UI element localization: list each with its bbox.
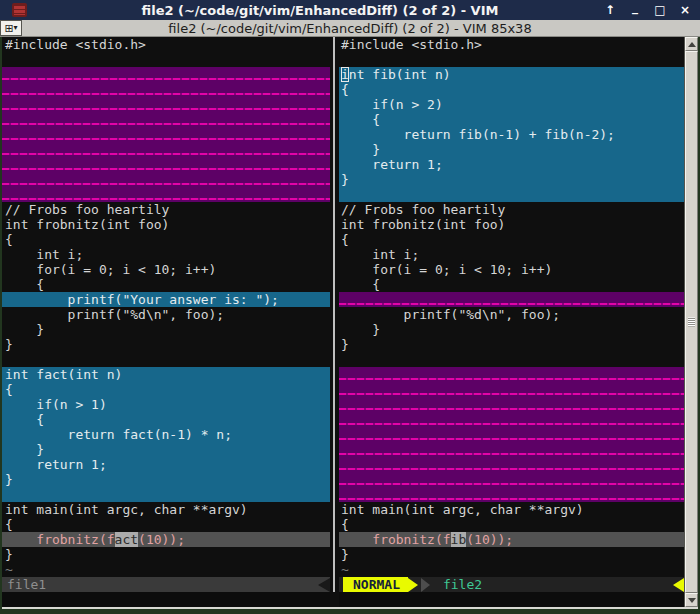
code-line[interactable]: return fact(n-1) * n; bbox=[2, 427, 330, 442]
code-line[interactable] bbox=[339, 52, 684, 67]
statusline-file1[interactable]: file1 bbox=[2, 577, 330, 592]
diff-filler-row[interactable] bbox=[2, 127, 330, 142]
arrow-up-icon bbox=[688, 42, 696, 47]
code-line[interactable]: return 1; bbox=[339, 157, 684, 172]
code-line[interactable]: } bbox=[2, 337, 330, 352]
diff-filler-row[interactable] bbox=[339, 487, 684, 502]
code-line[interactable]: { bbox=[339, 277, 684, 292]
diff-filler-row[interactable] bbox=[339, 427, 684, 442]
code-line[interactable]: int frobnitz(int foo) bbox=[2, 217, 330, 232]
diff-filler-row[interactable] bbox=[339, 472, 684, 487]
diff-filler-row[interactable] bbox=[2, 82, 330, 97]
code-line[interactable]: } bbox=[339, 172, 684, 187]
code-line[interactable]: frobnitz(fact(10)); bbox=[2, 532, 330, 547]
code-line[interactable]: // Frobs foo heartily bbox=[2, 202, 330, 217]
code-line[interactable]: #include <stdio.h> bbox=[339, 37, 684, 52]
code-line[interactable]: int main(int argc, char **argv) bbox=[339, 502, 684, 517]
code-line[interactable]: int frobnitz(int foo) bbox=[339, 217, 684, 232]
diff-text-highlight: act bbox=[115, 532, 138, 547]
window-title: file2 (~/code/git/vim/EnhancedDiff) (2 o… bbox=[0, 3, 700, 18]
code-line[interactable]: int main(int argc, char **argv) bbox=[2, 502, 330, 517]
diff-filler-row[interactable] bbox=[2, 172, 330, 187]
scroll-down-button[interactable] bbox=[685, 593, 698, 607]
diff-filler-row[interactable] bbox=[339, 382, 684, 397]
minimize-button-icon[interactable]: _ bbox=[628, 0, 642, 14]
code-line[interactable] bbox=[2, 52, 330, 67]
code-line[interactable]: } bbox=[2, 547, 330, 562]
code-line[interactable]: { bbox=[2, 412, 330, 427]
code-line[interactable]: { bbox=[339, 112, 684, 127]
code-line[interactable]: int fact(int n) bbox=[2, 367, 330, 382]
diff-filler-row[interactable] bbox=[2, 67, 330, 82]
diff-filler-row[interactable] bbox=[339, 292, 684, 307]
scrollbar-thumb[interactable] bbox=[685, 51, 698, 593]
code-line[interactable] bbox=[2, 487, 330, 502]
code-line[interactable]: frobnitz(fib(10)); bbox=[339, 532, 684, 547]
code-line[interactable]: printf("Your answer is: "); bbox=[2, 292, 330, 307]
code-line[interactable]: int i; bbox=[339, 247, 684, 262]
code-line[interactable] bbox=[339, 187, 684, 202]
code-line[interactable]: for(i = 0; i < 10; i++) bbox=[339, 262, 684, 277]
command-line[interactable] bbox=[2, 592, 330, 607]
diff-filler-row[interactable] bbox=[339, 442, 684, 457]
buffer-file1[interactable]: #include <stdio.h>// Frobs foo heartilyi… bbox=[2, 37, 330, 577]
code-line[interactable]: return fib(n-1) + fib(n-2); bbox=[339, 127, 684, 142]
code-line[interactable]: return 1; bbox=[2, 457, 330, 472]
code-line[interactable]: for(i = 0; i < 10; i++) bbox=[2, 262, 330, 277]
maximize-button-icon[interactable]: □ bbox=[653, 3, 667, 17]
vertical-split-separator[interactable] bbox=[330, 37, 339, 607]
shade-button-icon[interactable]: ↑ bbox=[603, 3, 617, 17]
code-line[interactable]: { bbox=[339, 232, 684, 247]
code-line[interactable] bbox=[339, 352, 684, 367]
code-line[interactable]: int fib(int n) bbox=[339, 67, 684, 82]
code-line[interactable]: int i; bbox=[2, 247, 330, 262]
code-line[interactable]: } bbox=[339, 337, 684, 352]
code-line[interactable]: } bbox=[2, 472, 330, 487]
code-line[interactable]: { bbox=[2, 277, 330, 292]
code-line[interactable]: { bbox=[2, 517, 330, 532]
vim-app-icon[interactable] bbox=[12, 3, 27, 17]
buffer-file2[interactable]: #include <stdio.h>int fib(int n){ if(n >… bbox=[339, 37, 684, 577]
code-line[interactable]: printf("%d\n", foo); bbox=[2, 307, 330, 322]
diff-filler-row[interactable] bbox=[339, 397, 684, 412]
code-line[interactable]: printf("%d\n", foo); bbox=[339, 307, 684, 322]
empty-line-tilde[interactable]: ~ bbox=[339, 562, 684, 577]
scroll-up-button[interactable] bbox=[685, 37, 698, 51]
diff-filler-row[interactable] bbox=[2, 187, 330, 202]
code-line[interactable]: { bbox=[2, 232, 330, 247]
diff-filler-row[interactable] bbox=[2, 97, 330, 112]
code-line[interactable]: } bbox=[339, 322, 684, 337]
code-line[interactable]: if(n > 1) bbox=[2, 397, 330, 412]
diff-pane-file2: #include <stdio.h>int fib(int n){ if(n >… bbox=[339, 37, 684, 607]
window-titlebar[interactable]: file2 (~/code/git/vim/EnhancedDiff) (2 o… bbox=[0, 0, 700, 20]
code-line[interactable]: } bbox=[2, 322, 330, 337]
powerline-arrow-left-icon bbox=[673, 578, 684, 592]
diff-filler-row[interactable] bbox=[339, 457, 684, 472]
diff-filler-row[interactable] bbox=[2, 157, 330, 172]
code-line[interactable]: } bbox=[2, 442, 330, 457]
scrollbar[interactable] bbox=[684, 37, 698, 607]
code-line[interactable] bbox=[2, 352, 330, 367]
diff-filler-row[interactable] bbox=[339, 367, 684, 382]
close-button-icon[interactable]: × bbox=[678, 3, 692, 17]
statusline-filename: file2 bbox=[443, 577, 482, 592]
empty-line-tilde[interactable]: ~ bbox=[2, 562, 330, 577]
code-line[interactable]: } bbox=[339, 142, 684, 157]
inner-window-titlebar[interactable]: ⊞▾ file2 (~/code/git/vim/EnhancedDiff) (… bbox=[0, 20, 700, 37]
code-line[interactable]: if(n > 2) bbox=[339, 97, 684, 112]
diff-filler-row[interactable] bbox=[339, 412, 684, 427]
window-controls: ↑ _ □ × bbox=[603, 0, 692, 20]
code-line[interactable]: // Frobs foo heartily bbox=[339, 202, 684, 217]
diff-filler-row[interactable] bbox=[2, 112, 330, 127]
code-line[interactable]: { bbox=[339, 517, 684, 532]
command-line[interactable] bbox=[339, 592, 684, 607]
diff-filler-row[interactable] bbox=[2, 142, 330, 157]
arrow-down-icon bbox=[688, 598, 696, 603]
code-line[interactable]: } bbox=[339, 547, 684, 562]
code-line[interactable]: { bbox=[339, 82, 684, 97]
code-line[interactable]: #include <stdio.h> bbox=[2, 37, 330, 52]
statusline-filename: file1 bbox=[7, 577, 46, 592]
window-bottom-bevel bbox=[2, 607, 698, 609]
code-line[interactable]: { bbox=[2, 382, 330, 397]
statusline-file2[interactable]: NORMAL file2 bbox=[339, 577, 684, 592]
